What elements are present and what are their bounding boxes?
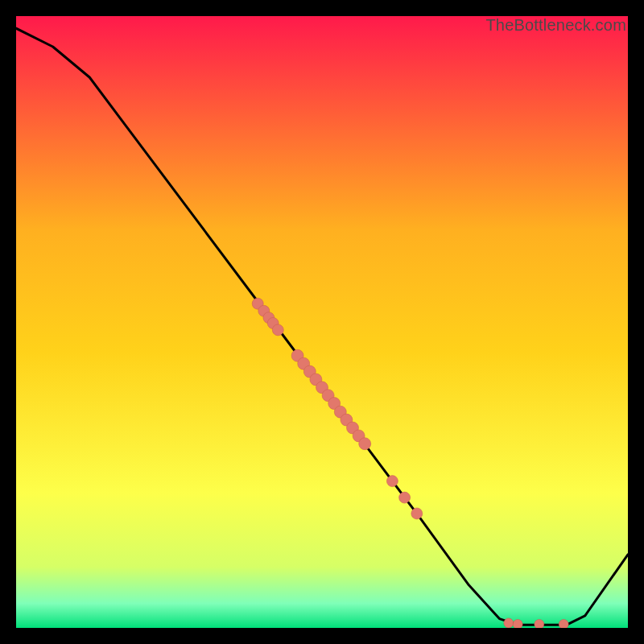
data-point: [399, 492, 411, 503]
chart-svg: [16, 16, 628, 628]
data-point: [411, 508, 423, 519]
data-point: [359, 438, 371, 450]
data-point: [272, 324, 283, 336]
gradient-background: [16, 16, 628, 628]
data-point: [386, 476, 398, 487]
data-point: [535, 619, 544, 628]
data-point: [559, 619, 568, 628]
data-point: [513, 619, 522, 628]
chart-frame: TheBottleneck.com: [16, 16, 628, 628]
watermark-text: TheBottleneck.com: [485, 16, 626, 35]
data-point: [504, 618, 514, 628]
